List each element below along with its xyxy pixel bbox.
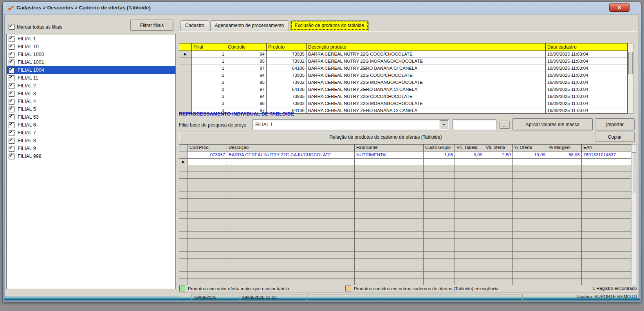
checkbox-icon[interactable]: ✔ — [9, 122, 14, 128]
edit-cell[interactable] — [227, 159, 355, 165]
filial-list-item[interactable]: ✔FILIAL 11 — [7, 74, 175, 82]
grid-cell[interactable]: 94 — [226, 93, 267, 100]
import-button[interactable]: Importar — [595, 118, 635, 130]
grid-cell[interactable]: 19/09/2025 11:03:04 — [546, 72, 628, 79]
checkbox-icon[interactable]: ✔ — [9, 44, 14, 50]
grid-cell[interactable]: 64106 — [267, 86, 307, 93]
chevron-down-icon[interactable]: ▼ — [440, 120, 448, 129]
edit-cell[interactable] — [484, 159, 513, 165]
filial-list-item[interactable]: ✔FILIAL 1004 — [7, 66, 175, 74]
grid-cell[interactable]: 3 — [192, 93, 226, 100]
tabloide-products-grid[interactable]: FilialControleProdutoDescrição produtoDa… — [179, 43, 628, 114]
edit-cell[interactable] — [547, 159, 582, 165]
checkbox-icon[interactable]: ✔ — [9, 130, 14, 136]
row-selector-cell[interactable] — [179, 86, 192, 93]
grid-cell[interactable]: 97 — [226, 65, 267, 72]
tab-item[interactable]: Agendamento de processamento — [210, 20, 289, 31]
grid-cell[interactable]: 19,09 — [513, 152, 547, 159]
bottom-grid-scrollbar-thumb[interactable] — [632, 152, 636, 193]
grid-cell[interactable]: 19/09/2025 11:03:04 — [546, 65, 628, 72]
grid-cell[interactable]: 19/09/2025 11:03:04 — [546, 79, 628, 86]
row-selector-cell[interactable] — [179, 65, 192, 72]
row-selector-cell[interactable]: ▶ — [179, 51, 192, 58]
filial-list-item[interactable]: ✔FILIAL 6 — [7, 121, 175, 129]
table-row[interactable]: ▶19473935BARRA CEREAL NUTRY 22G COCO/CHO… — [179, 51, 627, 58]
close-button[interactable]: ✕ — [609, 3, 630, 12]
grid-cell[interactable]: 73932 — [267, 100, 307, 107]
grid-cell[interactable]: 2 — [192, 79, 226, 86]
checkbox-icon[interactable]: ✔ — [9, 91, 14, 97]
grid-cell[interactable]: BARRA CEREAL NUTRY 22G MORANGO/CHOCOLATE — [307, 79, 546, 86]
grid-cell[interactable]: 94 — [226, 51, 267, 58]
grid-cell[interactable]: BARRA CEREAL NUTRY ZERO BANANA C/ CANELA — [307, 86, 546, 93]
filial-list-item[interactable]: ✔FILIAL 10 — [7, 43, 175, 51]
row-selector-cell[interactable] — [179, 152, 188, 159]
filial-list-item[interactable]: ✔FILIAL 1001 — [7, 58, 175, 66]
row-selector-cell[interactable] — [179, 79, 192, 86]
checkbox-icon[interactable]: ✔ — [9, 83, 14, 89]
row-selector-cell[interactable]: ▶ — [179, 159, 188, 165]
checkbox-icon[interactable]: ✔ — [9, 60, 14, 65]
edit-cell[interactable] — [582, 159, 631, 165]
grid-cell[interactable]: 73935 — [267, 51, 307, 58]
apply-values-button[interactable]: Aplicar valores em massa — [512, 118, 593, 130]
select-all-filiais[interactable]: ✔ Marcar todas as filiais — [9, 24, 62, 30]
offer-products-grid[interactable]: Cód.Prod.DescriçãoFabricanteCusto GrupoV… — [179, 144, 631, 285]
grid-cell[interactable]: BARRA CEREAL NUTRY 22G COCO/CHOCOLATE — [307, 93, 546, 100]
grid-cell[interactable]: 64106 — [267, 65, 307, 72]
grid-cell[interactable]: 7891331014537 — [582, 152, 631, 159]
grid-cell[interactable]: 2,50 — [484, 152, 513, 159]
checkbox-icon[interactable]: ✔ — [9, 67, 14, 73]
table-row[interactable]: 29473935BARRA CEREAL NUTRY 22G COCO/CHOC… — [179, 72, 627, 79]
grid-cell[interactable]: 19/09/2025 11:03:04 — [546, 86, 628, 93]
edit-cell[interactable] — [455, 159, 484, 165]
grid-cell[interactable]: 19/09/2025 11:03:04 — [546, 51, 628, 58]
filial-list-item[interactable]: ✔FILIAL 5 — [7, 105, 175, 113]
grid-cell[interactable]: BARRA CEREAL NUTRY 22G MORANGO/CHOCOLATE — [307, 58, 546, 65]
grid-cell[interactable]: 19/09/2025 11:03:04 — [546, 107, 628, 114]
table-row[interactable]: 29764106BARRA CEREAL NUTRY ZERO BANANA C… — [179, 86, 627, 93]
tab-item[interactable]: Exclusão de produtos do tabloide — [290, 20, 369, 31]
grid-cell[interactable]: 1 — [192, 65, 226, 72]
grid-cell[interactable]: 73932 — [267, 79, 307, 86]
edit-cell[interactable] — [355, 159, 424, 165]
table-row[interactable]: 39473935BARRA CEREAL NUTRY 22G COCO/CHOC… — [179, 93, 627, 100]
grid-cell[interactable]: 2 — [192, 86, 226, 93]
checkbox-icon[interactable]: ✔ — [9, 146, 14, 152]
grid-cell[interactable]: 1 — [192, 51, 226, 58]
filial-base-combobox[interactable]: FILIAL 1 ▼ — [253, 119, 449, 130]
edit-cell[interactable] — [188, 159, 227, 165]
filial-list-item[interactable]: ✔FILIAL 1 — [7, 35, 175, 43]
checkbox-icon[interactable]: ✔ — [9, 138, 14, 144]
table-row[interactable]: 39573932BARRA CEREAL NUTRY 22G MORANGO/C… — [179, 100, 627, 107]
grid-cell[interactable]: 95 — [226, 100, 267, 107]
filial-list-item[interactable]: ✔FILIAL 8 — [7, 137, 175, 145]
edit-cell[interactable] — [424, 159, 455, 165]
filter-filiais-button[interactable]: Filtrar filiais — [130, 20, 173, 31]
grid-cell[interactable]: BARRA CEREAL NUTRY ZERO BANANA C/ CANELA — [307, 107, 546, 114]
grid-cell[interactable]: 73935 — [267, 93, 307, 100]
grid-cell[interactable]: BARRA CEREAL NUTRY 22G MORANGO/CHOCOLATE — [307, 100, 546, 107]
grid-cell[interactable]: 1,08 — [424, 152, 455, 159]
grid-cell[interactable]: 19/09/2025 11:03:04 — [546, 58, 628, 65]
grid-cell[interactable]: 19/09/2025 11:03:04 — [546, 100, 628, 107]
bottom-grid-scrollbar[interactable] — [631, 144, 637, 285]
checkbox-icon[interactable]: ✔ — [9, 75, 14, 81]
grid-cell[interactable]: 95 — [226, 79, 267, 86]
table-row[interactable]: 19764106BARRA CEREAL NUTRY ZERO BANANA C… — [179, 65, 627, 72]
filial-listbox[interactable]: ✔FILIAL 1✔FILIAL 10✔FILIAL 1000✔FILIAL 1… — [6, 34, 176, 289]
edit-cell[interactable] — [513, 159, 547, 165]
grid-cell[interactable]: BARRA CEREAL NUTRY 22G COCO/CHOCOLATE — [307, 51, 546, 58]
grid-cell[interactable]: 56,98 — [547, 152, 582, 159]
grid-cell[interactable]: 95 — [226, 58, 267, 65]
copy-button[interactable]: Copiar — [595, 132, 635, 142]
grid-cell[interactable]: 3,09 — [455, 152, 484, 159]
grid-cell[interactable]: 19/09/2025 11:03:04 — [546, 93, 628, 100]
checkbox-icon[interactable]: ✔ — [9, 52, 14, 58]
filial-list-item[interactable]: ✔FILIAL 7 — [7, 129, 175, 137]
top-grid-scrollbar[interactable] — [628, 43, 633, 114]
row-selector-cell[interactable] — [179, 93, 192, 100]
filial-list-item[interactable]: ✔FILIAL 999 — [7, 152, 175, 160]
filial-list-item[interactable]: ✔FILIAL 1000 — [7, 51, 175, 58]
top-grid-scrollbar-thumb[interactable] — [628, 52, 633, 74]
